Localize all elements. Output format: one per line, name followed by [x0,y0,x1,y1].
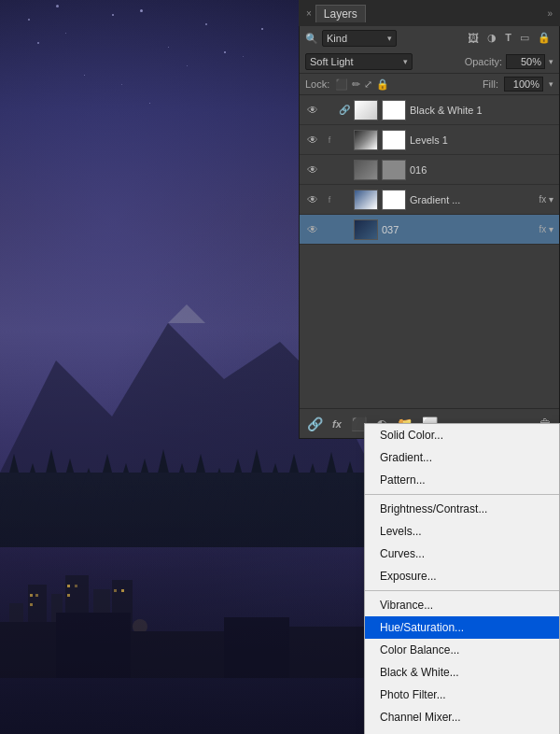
blend-opacity-row: Soft Light ▾ Opacity: ▾ [300,50,559,74]
svg-rect-29 [30,594,33,597]
panel-tab-bar: × Layers » [299,0,560,26]
layer-blend-icon: f [324,135,335,145]
layer-fx-label: fx ▾ [539,194,553,205]
layer-thumbnail [354,100,378,120]
svg-rect-42 [131,631,224,678]
layer-name-label: 016 [410,164,553,176]
menu-item-brightness-contrast[interactable]: Brightness/Contrast... [365,498,559,520]
svg-rect-30 [35,594,38,597]
search-icon: 🔍 [305,33,318,45]
tab-expander-icon[interactable]: » [547,8,553,19]
city-svg [0,510,392,678]
layer-thumbnail [354,190,378,210]
menu-item-hue-saturation[interactable]: Hue/Saturation... [365,616,559,639]
menu-item-vibrance[interactable]: Vibrance... [365,594,559,616]
lock-icons-group: ⬛ ✏ ⤢ 🔒 [335,78,389,91]
layer-thumbnail [354,249,378,250]
menu-item-exposure[interactable]: Exposure... [365,565,559,587]
layer-visibility-toggle[interactable]: 👁 [305,104,320,117]
layer-fx-label: fx ▾ [539,224,553,234]
blend-mode-dropdown[interactable]: Soft Light [305,53,413,70]
menu-item-solid-color[interactable]: Solid Color... [365,424,559,446]
shape-filter-icon[interactable]: ▭ [517,30,532,47]
svg-marker-1 [168,304,205,323]
layers-list: 👁 🔗 Black & White 1 👁 f Levels 1 👁 016 [300,95,559,249]
opacity-label: Opacity: [465,56,502,67]
svg-rect-43 [224,617,289,678]
layer-mask-thumbnail [382,160,406,180]
kind-filter-row: 🔍 Kind ▾ 🖼 ◑ T ▭ 🔒 [300,26,559,50]
fill-input[interactable] [504,77,543,92]
menu-item-color-balance[interactable]: Color Balance... [365,639,559,661]
menu-item-color-lookup[interactable]: Color Lookup... [365,728,559,734]
link-layers-button[interactable]: 🔗 [305,415,325,433]
svg-rect-31 [30,603,33,606]
lock-all-icon[interactable]: 🔒 [376,78,389,91]
svg-rect-34 [67,594,70,597]
layer-name-label: Gradient ... [410,194,531,205]
svg-rect-33 [75,585,77,587]
menu-separator [365,494,559,495]
layer-mask-thumbnail [382,190,406,210]
add-fx-button[interactable]: fx [330,416,343,431]
menu-item-curves[interactable]: Curves... [365,543,559,565]
layer-row[interactable]: 👁 016 [300,155,559,185]
menu-item-photo-filter[interactable]: Photo Filter... [365,684,559,706]
blend-dropdown-arrow: ▾ [403,57,408,66]
panel-tab-layers[interactable]: Layers [315,5,366,22]
adjustment-filter-icon[interactable]: ◑ [484,30,499,47]
layer-thumbnail [354,219,378,240]
layer-mask-thumbnail [382,100,406,120]
layer-name-label: Black & White 1 [410,105,553,116]
layer-visibility-toggle[interactable]: 👁 [305,193,320,206]
svg-rect-35 [114,589,117,592]
layer-row[interactable]: 👁 f Gradient ... fx ▾ [300,185,559,215]
layer-link-icon: 🔗 [339,105,350,115]
layers-panel: 🔍 Kind ▾ 🖼 ◑ T ▭ 🔒 Soft Light ▾ Opacity:… [299,26,560,439]
menu-item-levels[interactable]: Levels... [365,520,559,543]
fill-label: Fill: [483,78,498,90]
pixel-filter-icon[interactable]: 🖼 [465,30,482,47]
layer-row[interactable]: 👁 037 fx ▾ [300,215,559,245]
menu-item-black-white[interactable]: Black & White... [365,661,559,684]
layer-row[interactable]: 👁 f Levels 1 [300,125,559,155]
opacity-arrow: ▾ [549,57,553,66]
layer-blend-icon: f [324,195,335,205]
svg-rect-36 [121,589,124,592]
layer-visibility-toggle[interactable]: 👁 [305,163,320,176]
lock-move-icon[interactable]: ⤢ [364,78,372,91]
menu-item-pattern[interactable]: Pattern... [365,469,559,491]
layer-mask-thumbnail [382,130,406,150]
menu-item-gradient[interactable]: Gradient... [365,446,559,469]
layer-visibility-toggle[interactable]: 👁 [305,223,320,236]
layer-row[interactable]: 👁 Background 🔒 [300,245,559,249]
menu-separator [365,590,559,591]
svg-rect-40 [0,622,56,678]
kind-filter-icons: 🖼 ◑ T ▭ 🔒 [465,30,553,47]
layer-row[interactable]: 👁 🔗 Black & White 1 [300,95,559,125]
smart-filter-icon[interactable]: 🔒 [535,30,553,47]
lock-label: Lock: [305,78,329,90]
kind-dropdown[interactable]: Kind [322,30,397,47]
kind-dropdown-arrow: ▾ [387,34,392,43]
menu-item-channel-mixer[interactable]: Channel Mixer... [365,706,559,728]
text-filter-icon[interactable]: T [502,30,514,47]
layer-thumbnail [354,130,378,150]
panel-close-x[interactable]: × [306,8,312,19]
lock-pixels-icon[interactable]: ⬛ [335,78,348,91]
svg-rect-41 [56,613,131,678]
lock-fill-row: Lock: ⬛ ✏ ⤢ 🔒 Fill: ▾ [300,74,559,95]
adjustment-dropdown-menu: Solid Color... Gradient... Pattern... Br… [364,423,560,734]
layer-name-label: 037 [382,224,531,235]
lock-paint-icon[interactable]: ✏ [352,78,360,91]
layer-thumbnail [354,160,378,180]
layer-name-label: Levels 1 [410,134,553,146]
fill-arrow: ▾ [549,79,553,89]
opacity-input[interactable] [506,54,545,69]
svg-rect-32 [67,585,70,587]
layer-visibility-toggle[interactable]: 👁 [305,134,320,147]
